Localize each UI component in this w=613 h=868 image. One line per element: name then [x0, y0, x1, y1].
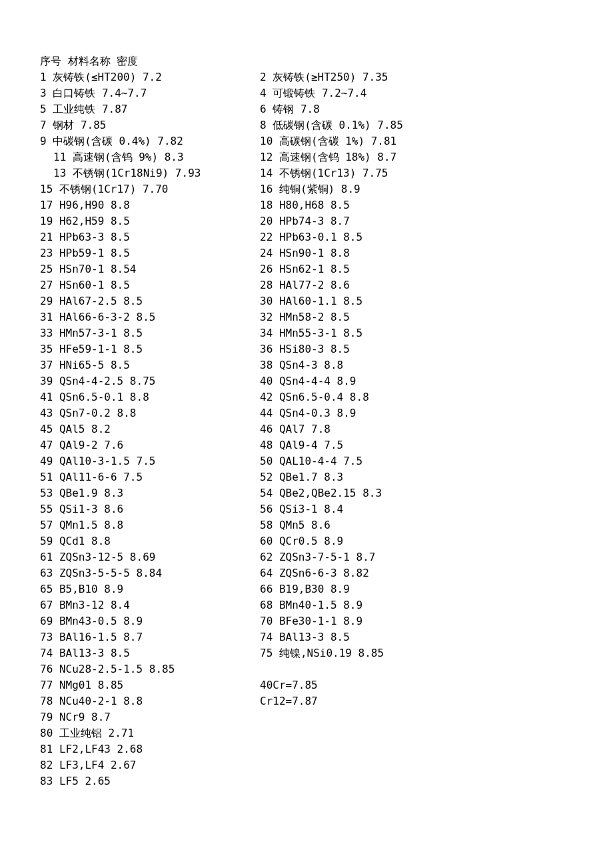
- cell-left: 13 不锈钢(1Cr18Ni9) 7.93: [40, 165, 260, 181]
- cell-left: 19 H62,H59 8.5: [40, 213, 260, 229]
- table-row: 35 HFe59-1-1 8.536 HSi80-3 8.5: [40, 341, 573, 357]
- cell-left: 25 HSn70-1 8.54: [40, 261, 260, 277]
- cell-left: 21 HPb63-3 8.5: [40, 229, 260, 245]
- table-row: 45 QAl5 8.246 QAl7 7.8: [40, 421, 573, 437]
- cell-left: 3 白口铸铁 7.4~7.7: [40, 85, 260, 101]
- cell-right: 16 纯铜(紫铜) 8.9: [260, 181, 573, 197]
- cell-right: [260, 709, 573, 725]
- cell-right: 2 灰铸铁(≥HT250) 7.35: [260, 69, 573, 85]
- cell-left: 41 QSn6.5-0.1 8.8: [40, 389, 260, 405]
- table-row: 41 QSn6.5-0.1 8.842 QSn6.5-0.4 8.8: [40, 389, 573, 405]
- table-row: 79 NCr9 8.7: [40, 709, 573, 725]
- cell-left: 55 QSi1-3 8.6: [40, 501, 260, 517]
- cell-left: 83 LF5 2.65: [40, 773, 260, 789]
- cell-left: 33 HMn57-3-1 8.5: [40, 325, 260, 341]
- cell-right: 36 HSi80-3 8.5: [260, 341, 573, 357]
- cell-left: 27 HSn60-1 8.5: [40, 277, 260, 293]
- cell-left: 63 ZQSn3-5-5-5 8.84: [40, 565, 260, 581]
- table-row: 83 LF5 2.65: [40, 773, 573, 789]
- cell-left: 51 QAl11-6-6 7.5: [40, 469, 260, 485]
- cell-left: 23 HPb59-1 8.5: [40, 245, 260, 261]
- table-row: 17 H96,H90 8.818 H80,H68 8.5: [40, 197, 573, 213]
- cell-right: 20 HPb74-3 8.7: [260, 213, 573, 229]
- cell-right: 8 低碳钢(含碳 0.1%) 7.85: [260, 117, 573, 133]
- cell-right: 46 QAl7 7.8: [260, 421, 573, 437]
- cell-left: 61 ZQSn3-12-5 8.69: [40, 549, 260, 565]
- cell-right: 50 QAL10-4-4 7.5: [260, 453, 573, 469]
- cell-right: 14 不锈钢(1Cr13) 7.75: [260, 165, 573, 181]
- cell-right: 26 HSn62-1 8.5: [260, 261, 573, 277]
- cell-right: [260, 725, 573, 741]
- table-row: 31 HAl66-6-3-2 8.532 HMn58-2 8.5: [40, 309, 573, 325]
- cell-left: 5 工业纯铁 7.87: [40, 101, 260, 117]
- cell-left: 15 不锈钢(1Cr17) 7.70: [40, 181, 260, 197]
- table-row: 11 高速钢(含钨 9%) 8.312 高速钢(含钨 18%) 8.7: [40, 149, 573, 165]
- table-row: 67 BMn3-12 8.468 BMn40-1.5 8.9: [40, 597, 573, 613]
- cell-left: 43 QSn7-0.2 8.8: [40, 405, 260, 421]
- cell-right: 40Cr=7.85: [260, 677, 573, 693]
- cell-right: 28 HAl77-2 8.6: [260, 277, 573, 293]
- cell-left: 37 HNi65-5 8.5: [40, 357, 260, 373]
- cell-left: 59 QCd1 8.8: [40, 533, 260, 549]
- cell-right: 52 QBe1.7 8.3: [260, 469, 573, 485]
- table-row: 13 不锈钢(1Cr18Ni9) 7.9314 不锈钢(1Cr13) 7.75: [40, 165, 573, 181]
- table-row: 29 HAl67-2.5 8.530 HAl60-1.1 8.5: [40, 293, 573, 309]
- cell-right: Cr12=7.87: [260, 693, 573, 709]
- cell-right: [260, 773, 573, 789]
- cell-right: 4 可锻铸铁 7.2~7.4: [260, 85, 573, 101]
- table-row: 51 QAl11-6-6 7.552 QBe1.7 8.3: [40, 469, 573, 485]
- cell-left: 39 QSn4-4-2.5 8.75: [40, 373, 260, 389]
- table-row: 33 HMn57-3-1 8.534 HMn55-3-1 8.5: [40, 325, 573, 341]
- cell-right: 75 纯镍,NSi0.19 8.85: [260, 645, 573, 661]
- cell-right: [260, 757, 573, 773]
- cell-right: 18 H80,H68 8.5: [260, 197, 573, 213]
- table-row: 5 工业纯铁 7.876 铸钢 7.8: [40, 101, 573, 117]
- cell-left: 1 灰铸铁(≤HT200) 7.2: [40, 69, 260, 85]
- table-row: 55 QSi1-3 8.656 QSi3-1 8.4: [40, 501, 573, 517]
- cell-left: 35 HFe59-1-1 8.5: [40, 341, 260, 357]
- table-row: 9 中碳钢(含碳 0.4%) 7.8210 高碳钢(含碳 1%) 7.81: [40, 133, 573, 149]
- table-row: 39 QSn4-4-2.5 8.7540 QSn4-4-4 8.9: [40, 373, 573, 389]
- table-row: 19 H62,H59 8.520 HPb74-3 8.7: [40, 213, 573, 229]
- table-row: 78 NCu40-2-1 8.8Cr12=7.87: [40, 693, 573, 709]
- cell-left: 53 QBe1.9 8.3: [40, 485, 260, 501]
- cell-right: 68 BMn40-1.5 8.9: [260, 597, 573, 613]
- cell-right: 12 高速钢(含钨 18%) 8.7: [260, 149, 573, 165]
- cell-right: 44 QSn4-0.3 8.9: [260, 405, 573, 421]
- table-row: 37 HNi65-5 8.538 QSn4-3 8.8: [40, 357, 573, 373]
- cell-right: 34 HMn55-3-1 8.5: [260, 325, 573, 341]
- cell-left: 73 BAl16-1.5 8.7: [40, 629, 260, 645]
- cell-right: 66 B19,B30 8.9: [260, 581, 573, 597]
- cell-left: 78 NCu40-2-1 8.8: [40, 693, 260, 709]
- cell-right: 62 ZQSn3-7-5-1 8.7: [260, 549, 573, 565]
- cell-right: 54 QBe2,QBe2.15 8.3: [260, 485, 573, 501]
- cell-right: 56 QSi3-1 8.4: [260, 501, 573, 517]
- cell-left: 49 QAl10-3-1.5 7.5: [40, 453, 260, 469]
- cell-right: 70 BFe30-1-1 8.9: [260, 613, 573, 629]
- table-row: 81 LF2,LF43 2.68: [40, 741, 573, 757]
- cell-right: [260, 661, 573, 677]
- table-header: 序号 材料名称 密度: [40, 53, 573, 69]
- cell-right: 38 QSn4-3 8.8: [260, 357, 573, 373]
- cell-left: 29 HAl67-2.5 8.5: [40, 293, 260, 309]
- cell-right: 42 QSn6.5-0.4 8.8: [260, 389, 573, 405]
- table-row: 69 BMn43-0.5 8.970 BFe30-1-1 8.9: [40, 613, 573, 629]
- cell-left: 9 中碳钢(含碳 0.4%) 7.82: [40, 133, 260, 149]
- table-row: 7 钢材 7.858 低碳钢(含碳 0.1%) 7.85: [40, 117, 573, 133]
- cell-right: 24 HSn90-1 8.8: [260, 245, 573, 261]
- table-row: 82 LF3,LF4 2.67: [40, 757, 573, 773]
- cell-left: 17 H96,H90 8.8: [40, 197, 260, 213]
- cell-left: 82 LF3,LF4 2.67: [40, 757, 260, 773]
- cell-left: 80 工业纯铝 2.71: [40, 725, 260, 741]
- cell-left: 47 QAl9-2 7.6: [40, 437, 260, 453]
- cell-right: 58 QMn5 8.6: [260, 517, 573, 533]
- table-row: 57 QMn1.5 8.858 QMn5 8.6: [40, 517, 573, 533]
- cell-right: 74 BAl13-3 8.5: [260, 629, 573, 645]
- cell-right: 60 QCr0.5 8.9: [260, 533, 573, 549]
- table-row: 47 QAl9-2 7.648 QAl9-4 7.5: [40, 437, 573, 453]
- cell-left: 45 QAl5 8.2: [40, 421, 260, 437]
- cell-right: 32 HMn58-2 8.5: [260, 309, 573, 325]
- cell-right: 64 ZQSn6-6-3 8.82: [260, 565, 573, 581]
- cell-left: 76 NCu28-2.5-1.5 8.85: [40, 661, 260, 677]
- cell-right: 6 铸钢 7.8: [260, 101, 573, 117]
